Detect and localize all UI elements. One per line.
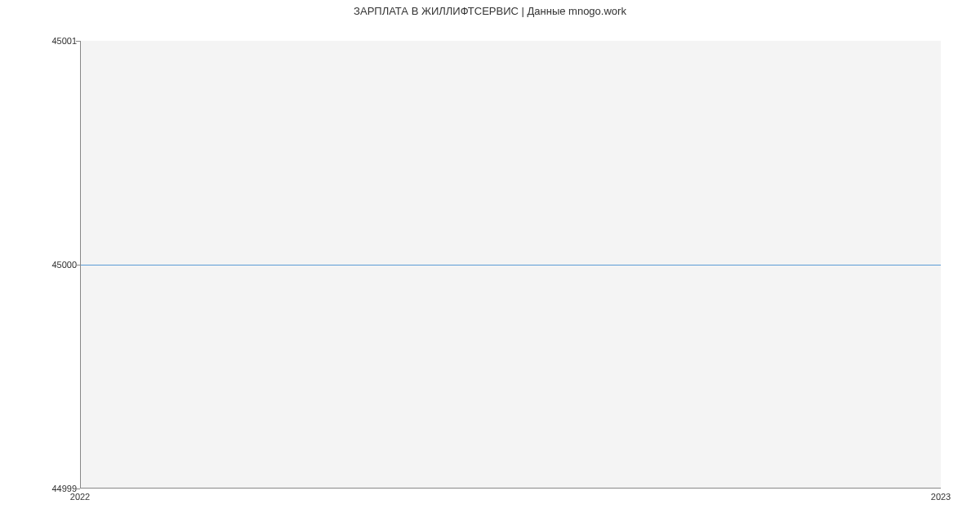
chart-container: ЗАРПЛАТА В ЖИЛЛИФТСЕРВИС | Данные mnogo.… [0,0,980,531]
y-tick-label: 45000 [51,260,77,270]
chart-title: ЗАРПЛАТА В ЖИЛЛИФТСЕРВИС | Данные mnogo.… [0,0,980,17]
y-tick-mark [76,41,80,42]
y-tick-label: 45001 [51,36,77,46]
y-tick-mark [76,265,80,266]
plot-area [80,41,941,489]
x-tick-label: 2022 [70,492,90,502]
x-tick-label: 2023 [931,492,951,502]
data-line [81,265,941,266]
y-tick-mark [76,489,80,489]
